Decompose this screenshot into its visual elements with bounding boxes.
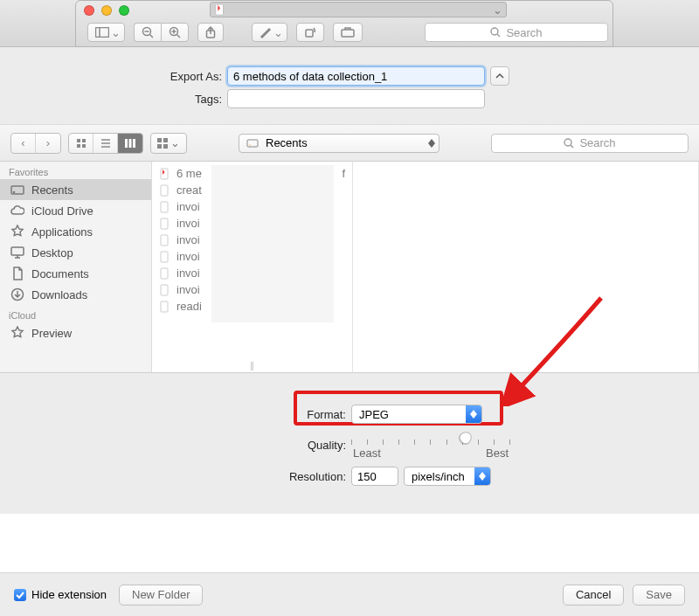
select-stepper-icon	[474, 467, 490, 485]
sidebar-item-recents[interactable]: Recents	[0, 179, 151, 200]
redacted-region	[211, 165, 334, 322]
sidebar-item-label: Applications	[31, 225, 93, 239]
format-value: JPEG	[359, 408, 389, 421]
icon-view-button[interactable]	[69, 134, 93, 153]
svg-rect-28	[163, 144, 168, 149]
location-popup[interactable]: Recents	[239, 134, 439, 153]
forward-button[interactable]: ›	[36, 134, 60, 153]
file-suffix: f	[342, 167, 345, 180]
inspector-button[interactable]	[333, 23, 363, 42]
svg-rect-39	[161, 202, 168, 212]
recents-drive-icon	[246, 137, 259, 149]
window-controls	[84, 5, 129, 16]
toolbar-search[interactable]: Search	[425, 23, 608, 42]
svg-rect-0	[216, 4, 224, 15]
svg-line-4	[150, 35, 154, 38]
dialog-footer: Hide extension New Folder Cancel Save	[0, 572, 699, 616]
chevron-down-icon: ⌄	[493, 3, 502, 17]
format-select[interactable]: JPEG	[351, 405, 482, 424]
chevron-up-icon	[495, 72, 504, 80]
browser-search[interactable]: Search	[491, 134, 689, 153]
file-name: 6 me	[176, 167, 202, 180]
cancel-button[interactable]: Cancel	[563, 585, 624, 606]
sidebar-toggle-button[interactable]: ⌄	[87, 23, 125, 42]
resolution-input[interactable]	[351, 467, 398, 486]
file-browser: Favorites Recents iCloud Drive Applicati…	[0, 162, 699, 373]
share-button[interactable]	[197, 23, 224, 42]
icloud-header: iCloud	[0, 305, 151, 322]
svg-rect-25	[157, 138, 162, 142]
pdf-icon	[159, 168, 171, 180]
file-name: invoi	[176, 250, 200, 263]
tags-input[interactable]	[227, 89, 485, 108]
svg-rect-1	[96, 28, 109, 38]
sidebar-item-label: Documents	[31, 267, 89, 280]
resolution-unit-select[interactable]: pixels/inch	[404, 467, 491, 486]
svg-rect-15	[77, 139, 80, 142]
list-view-button[interactable]	[93, 134, 118, 153]
svg-rect-37	[161, 169, 168, 179]
resolution-label: Resolution:	[0, 470, 351, 483]
sidebar-item-downloads[interactable]: Downloads	[0, 284, 151, 305]
button-label: Save	[646, 588, 672, 601]
sidebar-item-label: Recents	[31, 183, 73, 197]
quality-slider[interactable]: Least Best	[351, 431, 510, 460]
up-down-chevron-icon	[428, 139, 435, 148]
close-window-button[interactable]	[84, 5, 94, 16]
svg-point-13	[491, 28, 498, 35]
zoom-in-button[interactable]	[161, 23, 189, 42]
group-menu[interactable]: ⌄	[150, 133, 187, 154]
svg-rect-45	[161, 301, 168, 312]
save-button[interactable]: Save	[633, 585, 685, 606]
app-toolbar: ⌄ ⌄ ⌄ Search	[0, 0, 699, 47]
document-title-bar[interactable]: ⌄	[210, 2, 507, 17]
file-column-empty	[353, 162, 699, 372]
export-filename-input[interactable]	[227, 66, 485, 86]
quality-least-label: Least	[353, 446, 381, 460]
zoom-window-button[interactable]	[119, 5, 129, 16]
zoom-out-button[interactable]	[134, 23, 161, 42]
back-button[interactable]: ‹	[11, 134, 36, 153]
hide-extension-checkbox[interactable]: Hide extension	[14, 588, 107, 601]
select-stepper-icon	[466, 405, 481, 423]
file-name: creat	[176, 183, 202, 197]
new-folder-button[interactable]: New Folder	[119, 585, 203, 606]
favorites-header: Favorites	[0, 162, 151, 179]
svg-rect-44	[161, 285, 168, 295]
svg-rect-38	[161, 185, 168, 196]
expand-save-panel-button[interactable]	[490, 66, 509, 86]
sidebar-item-label: Downloads	[31, 288, 87, 301]
file-browser-toolbar: ‹ › ⌄ Recents Search	[0, 125, 699, 162]
export-as-label: Export As:	[0, 70, 227, 83]
sidebar-item-preview[interactable]: Preview	[0, 322, 151, 343]
documents-icon	[10, 266, 24, 280]
quality-best-label: Best	[486, 446, 509, 460]
file-name: invoi	[176, 266, 200, 280]
file-icon	[159, 301, 171, 313]
sidebar-item-applications[interactable]: Applications	[0, 221, 151, 242]
sidebar-item-icloud-drive[interactable]: iCloud Drive	[0, 200, 151, 221]
preview-app-icon	[10, 326, 24, 340]
column-view-button[interactable]	[118, 134, 142, 153]
file-icon	[159, 284, 171, 296]
svg-rect-11	[306, 30, 313, 37]
recents-icon	[10, 183, 24, 197]
column-resize-handle[interactable]: ‖	[250, 361, 254, 370]
hide-extension-label: Hide extension	[31, 588, 107, 601]
svg-rect-23	[129, 139, 132, 148]
svg-rect-43	[161, 268, 168, 279]
quality-label: Quality:	[0, 439, 351, 452]
minimize-window-button[interactable]	[101, 5, 112, 16]
sidebar-item-desktop[interactable]: Desktop	[0, 242, 151, 263]
sidebar-item-label: iCloud Drive	[31, 204, 93, 218]
sidebar-item-documents[interactable]: Documents	[0, 263, 151, 284]
svg-line-32	[571, 145, 573, 148]
markup-button[interactable]: ⌄	[252, 23, 287, 42]
button-label: New Folder	[132, 588, 190, 601]
svg-rect-27	[157, 144, 162, 149]
cloud-icon	[10, 204, 24, 218]
rotate-button[interactable]	[296, 23, 324, 42]
file-name: invoi	[176, 233, 200, 246]
resolution-unit-value: pixels/inch	[412, 470, 465, 483]
file-name: invoi	[176, 200, 200, 213]
